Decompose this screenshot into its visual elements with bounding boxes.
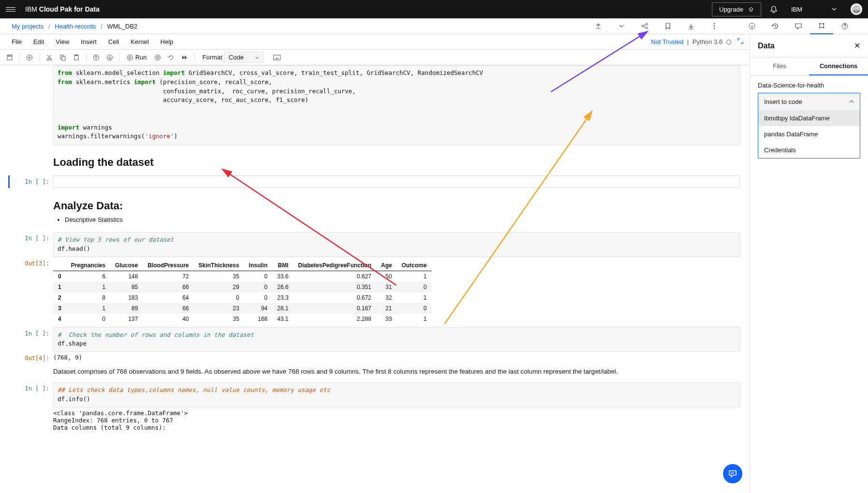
svg-point-4	[714, 26, 715, 27]
brand-main: Cloud Pak for Data	[39, 5, 100, 13]
account-label[interactable]: IBM	[786, 6, 822, 13]
svg-point-3	[714, 23, 715, 25]
svg-point-5	[714, 28, 715, 29]
account-chevron-icon[interactable]	[825, 0, 843, 18]
notifications-icon[interactable]	[765, 0, 782, 18]
breadcrumb-current: WML_DB2	[107, 23, 137, 30]
brand-prefix: IBM	[25, 5, 37, 13]
upgrade-button[interactable]: Upgrade	[712, 2, 761, 16]
upgrade-arrow-icon	[748, 6, 754, 12]
user-avatar[interactable]	[851, 3, 862, 15]
hamburger-menu-icon[interactable]	[6, 4, 15, 14]
breadcrumb-root[interactable]: My projects	[12, 23, 43, 30]
breadcrumb-project[interactable]: Health-records	[55, 23, 96, 30]
download-icon[interactable]	[680, 18, 703, 34]
product-brand: IBM Cloud Pak for Data	[25, 5, 100, 13]
upgrade-label: Upgrade	[719, 6, 743, 13]
top-bar: IBM Cloud Pak for Data Upgrade IBM	[0, 0, 868, 18]
share-icon[interactable]	[633, 18, 656, 34]
svg-point-1	[646, 23, 648, 25]
breadcrumb-sep: /	[101, 23, 102, 30]
data-panel-icon[interactable]	[810, 18, 833, 34]
kebab-menu-icon[interactable]	[703, 18, 726, 34]
bookmark-icon[interactable]	[656, 18, 680, 34]
history-icon[interactable]	[764, 18, 787, 34]
chevron-down-icon[interactable]	[610, 18, 633, 34]
info-icon[interactable]	[740, 18, 764, 34]
help-icon[interactable]	[833, 18, 856, 34]
publish-icon[interactable]	[587, 18, 610, 34]
project-sub-bar: My projects / Health-records / WML_DB2	[0, 18, 868, 34]
breadcrumb: My projects / Health-records / WML_DB2	[12, 23, 137, 30]
comment-icon[interactable]	[787, 18, 810, 34]
svg-point-2	[646, 27, 648, 29]
breadcrumb-sep: /	[48, 23, 50, 30]
svg-point-0	[642, 25, 644, 27]
